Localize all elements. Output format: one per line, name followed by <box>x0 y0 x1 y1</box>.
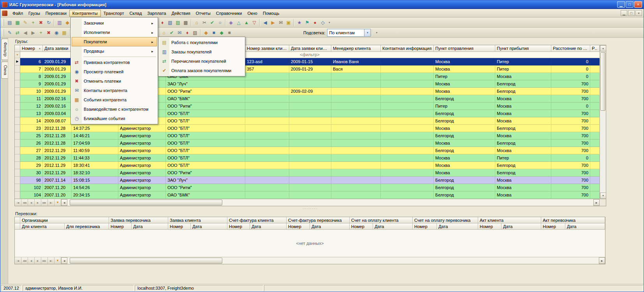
group-header[interactable]: Заявка клиента <box>168 217 227 223</box>
grid-cell[interactable]: 98 <box>20 177 43 184</box>
contractors-menu-item[interactable]: ◷Ближайшие события <box>72 114 157 123</box>
grid-cell[interactable]: 2009-01-29 <box>289 65 331 73</box>
toolbar-icon-button[interactable]: + <box>37 29 45 37</box>
grid-cell[interactable]: 123-asd <box>245 58 289 65</box>
grid-cell[interactable]: Москва <box>495 177 551 184</box>
grid-cell[interactable]: Белгород <box>495 169 551 177</box>
grid-cell[interactable]: 2009.02.16 <box>43 103 72 110</box>
grid-cell[interactable]: Питер <box>495 65 551 73</box>
grid-cell[interactable]: Белгород <box>434 95 495 103</box>
grid-cell[interactable]: Питер <box>434 73 495 80</box>
toolbar-icon-button[interactable]: ▦ <box>14 19 21 27</box>
grid-cell[interactable]: Москва <box>495 110 551 117</box>
contractors-menu-item[interactable]: ◉Просмотр платежей <box>72 67 157 76</box>
column-header[interactable]: Номер <box>109 223 132 230</box>
grid-cell[interactable] <box>590 58 600 65</box>
menubar-item[interactable]: Транспорт <box>101 10 127 17</box>
scroll-right-button[interactable]: ▶ <box>593 199 600 206</box>
grid-cell[interactable] <box>590 132 600 140</box>
grid-cell[interactable] <box>331 140 381 147</box>
grid-cell[interactable] <box>381 154 434 162</box>
grid-cell[interactable]: 14:46:21 <box>72 132 118 140</box>
grid-cell[interactable]: Вася <box>331 65 381 73</box>
column-header[interactable]: Дата <box>310 223 350 230</box>
column-header[interactable]: Номер <box>168 223 191 230</box>
minimize-button[interactable]: ▁ <box>617 1 625 8</box>
grid-cell[interactable] <box>245 103 289 110</box>
grid-cell[interactable]: Москва <box>434 125 495 132</box>
nav-button[interactable]: ◀◀ <box>21 199 28 206</box>
grid-cell[interactable]: Москва <box>495 147 551 154</box>
scrollbar-track[interactable] <box>600 51 606 193</box>
grid-cell[interactable] <box>289 117 331 125</box>
grid-cell[interactable] <box>381 191 434 199</box>
toolbar-icon-button[interactable]: + <box>29 19 37 27</box>
grid-cell[interactable] <box>289 125 331 132</box>
splitter-handle[interactable]: ········ <box>14 206 606 211</box>
toolbar-icon-button[interactable]: ▣ <box>285 19 292 27</box>
contractors-menu-item[interactable]: ✖Отменить платежи <box>72 76 157 86</box>
nav-button[interactable]: ▶▶ <box>41 199 48 206</box>
grid-cell[interactable]: ЗАО "Луч" <box>166 80 245 88</box>
grid-cell[interactable]: 18:32:10 <box>72 169 118 177</box>
grid-cell[interactable]: 700 <box>551 184 590 191</box>
grid-cell[interactable]: 2012.11.28 <box>43 140 72 147</box>
column-header[interactable]: Менеджер клиента <box>331 45 381 52</box>
grid-cell[interactable] <box>245 169 289 177</box>
column-header[interactable]: Дата <box>132 223 168 230</box>
toolbar-icon-button[interactable]: ✖ <box>37 19 45 27</box>
grid-cell[interactable]: Иванов Ваня <box>331 58 381 65</box>
toolbar-icon-button[interactable]: ◀ <box>21 29 29 37</box>
grid-cell[interactable]: 26 <box>20 140 43 147</box>
column-header[interactable]: Для клиента <box>20 223 65 230</box>
menubar-item[interactable]: Отчеты <box>193 10 213 17</box>
grid-cell[interactable] <box>289 110 331 117</box>
grid-cell[interactable]: ООО "Ритм" <box>166 169 245 177</box>
grid-cell[interactable] <box>245 110 289 117</box>
menubar-item[interactable]: Склад <box>127 10 145 17</box>
column-header[interactable]: Пункт прибытия <box>495 45 551 52</box>
grid-cell[interactable]: 8 <box>20 73 43 80</box>
grid-cell[interactable]: ОАО "БМК" <box>166 95 245 103</box>
nav-button[interactable]: ◀ <box>28 257 35 264</box>
toolbar-icon-button[interactable]: ✎ <box>6 29 14 37</box>
grid-cell[interactable] <box>381 132 434 140</box>
grid-cell[interactable]: 28 <box>20 154 43 162</box>
grid-cell[interactable]: Администратор <box>118 184 166 191</box>
grid-cell[interactable] <box>381 184 434 191</box>
grid-cell[interactable] <box>289 73 331 80</box>
grid-cell[interactable] <box>381 117 434 125</box>
grid-cell[interactable]: 2009-02-09 <box>289 88 331 95</box>
grid-cell[interactable]: Администратор <box>118 147 166 154</box>
toolbar-icon-button[interactable]: ⌂ <box>193 19 201 27</box>
grid-cell[interactable]: ООО "Ритм" <box>166 88 245 95</box>
toolbar-icon-button[interactable]: ♦ <box>183 29 191 37</box>
grid-cell[interactable] <box>381 147 434 154</box>
grid-cell[interactable]: 2012.11.29 <box>43 154 72 162</box>
buyers-submenu-item[interactable]: ▥Заказы покупателей <box>159 47 244 57</box>
grid-cell[interactable]: 700 <box>551 147 590 154</box>
grid-cell[interactable]: Москва <box>434 65 495 73</box>
mdi-minimize-button[interactable]: ▁ <box>621 10 627 16</box>
toolbar-icon-button[interactable]: ▤ <box>6 19 14 27</box>
toolbar-icon-button[interactable]: ◆ <box>218 29 225 37</box>
grid-cell[interactable]: 700 <box>551 95 590 103</box>
group-header[interactable]: Организации <box>20 217 109 223</box>
grid-cell[interactable]: Москва <box>434 58 495 65</box>
grid-cell[interactable]: Москва <box>495 73 551 80</box>
filter-funnel-button[interactable]: ▼ <box>55 199 61 206</box>
toolbar-icon-button[interactable]: ↻ <box>45 19 53 27</box>
h-scrollbar[interactable]: ◀ ▶ <box>61 199 600 206</box>
grid-cell[interactable]: Москва <box>495 95 551 103</box>
grid-cell[interactable]: 700 <box>551 162 590 169</box>
grid-cell[interactable] <box>331 73 381 80</box>
grid-cell[interactable]: Питер <box>434 103 495 110</box>
scroll-left-button[interactable]: ◀ <box>61 257 67 264</box>
grid-cell[interactable] <box>590 125 600 132</box>
toolbar-icon-button[interactable]: ○ <box>216 19 224 27</box>
grid-cell[interactable] <box>381 73 434 80</box>
grid-cell[interactable]: 17:04:59 <box>72 140 118 147</box>
grid-cell[interactable]: Администратор <box>118 125 166 132</box>
grid-cell[interactable] <box>245 177 289 184</box>
restore-button[interactable]: □ <box>626 1 633 8</box>
